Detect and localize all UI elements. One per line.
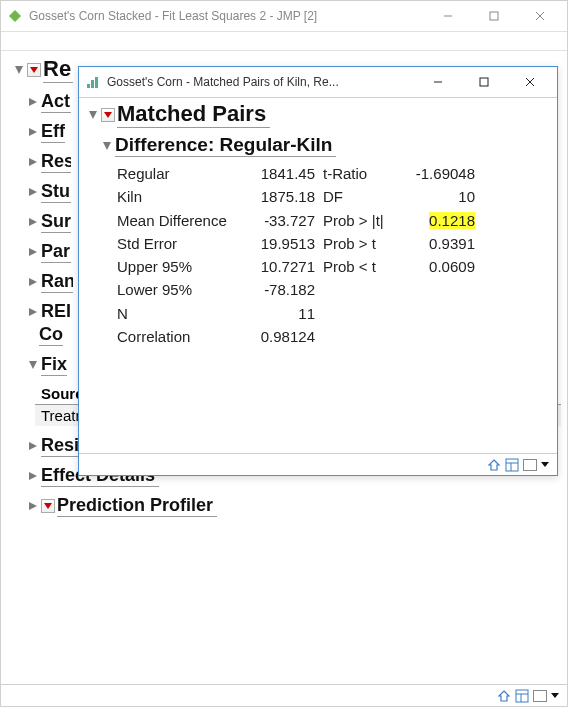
stats-row: Upper 95%10.7271Prob < t0.0609 bbox=[117, 255, 551, 278]
svg-marker-17 bbox=[29, 472, 37, 480]
app-icon bbox=[7, 8, 23, 24]
home-icon[interactable] bbox=[497, 689, 511, 703]
disclosure-closed-icon bbox=[27, 126, 39, 138]
section-label: Par bbox=[41, 241, 71, 263]
svg-marker-11 bbox=[29, 218, 37, 226]
stat-value-left: 1875.18 bbox=[247, 185, 315, 208]
close-button[interactable] bbox=[517, 1, 563, 31]
stat-label-right: DF bbox=[315, 185, 395, 208]
main-statusbar bbox=[1, 684, 567, 706]
close-button[interactable] bbox=[507, 67, 553, 97]
hotspot-icon[interactable] bbox=[41, 499, 55, 513]
svg-marker-8 bbox=[29, 128, 37, 136]
stat-value-right bbox=[395, 302, 475, 325]
sub-content: Matched Pairs Difference: Regular-Kiln R… bbox=[79, 97, 557, 453]
stat-label-left: Regular bbox=[117, 162, 247, 185]
svg-rect-24 bbox=[87, 84, 90, 88]
stat-value-right bbox=[395, 325, 475, 348]
stats-row: Mean Difference-33.727Prob > |t|0.1218 bbox=[117, 209, 551, 232]
layout-icon[interactable] bbox=[505, 458, 519, 472]
svg-marker-33 bbox=[103, 142, 111, 150]
minimize-button[interactable] bbox=[415, 67, 461, 97]
section-label: Act bbox=[41, 91, 71, 113]
maximize-button[interactable] bbox=[461, 67, 507, 97]
stat-value-left: 10.7271 bbox=[247, 255, 315, 278]
stat-label-right: Prob < t bbox=[315, 255, 395, 278]
disclosure-closed-icon bbox=[27, 440, 39, 452]
stat-label-right: Prob > t bbox=[315, 232, 395, 255]
svg-rect-21 bbox=[516, 690, 528, 702]
hotspot-icon[interactable] bbox=[101, 108, 115, 122]
svg-marker-13 bbox=[29, 278, 37, 286]
svg-marker-34 bbox=[489, 460, 499, 470]
stat-label-left: Std Error bbox=[117, 232, 247, 255]
section-label: REI bbox=[41, 301, 71, 322]
dropdown-icon[interactable] bbox=[541, 462, 549, 467]
svg-marker-15 bbox=[29, 361, 37, 369]
stat-value-right: 0.9391 bbox=[395, 232, 475, 255]
stat-label-left: Kiln bbox=[117, 185, 247, 208]
stat-value-right: -1.69048 bbox=[395, 162, 475, 185]
hotspot-icon[interactable] bbox=[27, 63, 41, 77]
svg-marker-9 bbox=[29, 158, 37, 166]
layout-icon[interactable] bbox=[515, 689, 529, 703]
disclosure-open-icon bbox=[87, 109, 99, 121]
section-label: Prediction Profiler bbox=[57, 495, 217, 517]
section-prediction[interactable]: Prediction Profiler bbox=[27, 494, 561, 518]
svg-marker-20 bbox=[499, 691, 509, 701]
main-window-controls bbox=[425, 1, 563, 31]
stats-row: Std Error19.9513Prob > t0.9391 bbox=[117, 232, 551, 255]
sub-window-controls bbox=[415, 67, 553, 97]
stat-label-left: Mean Difference bbox=[117, 209, 247, 232]
section-label: Ran bbox=[41, 271, 73, 293]
disclosure-open-icon bbox=[27, 359, 39, 371]
svg-rect-25 bbox=[91, 80, 94, 88]
stat-label-right bbox=[315, 302, 395, 325]
svg-marker-32 bbox=[104, 112, 112, 118]
stat-label-right bbox=[315, 278, 395, 301]
stat-value-right: 10 bbox=[395, 185, 475, 208]
disclosure-closed-icon bbox=[27, 500, 39, 512]
section-label: Sur bbox=[41, 211, 71, 233]
disclosure-closed-icon bbox=[27, 96, 39, 108]
section-label: Fix bbox=[41, 354, 67, 376]
stat-value-right: 0.1218 bbox=[395, 209, 475, 232]
main-titlebar[interactable]: Gosset's Corn Stacked - Fit Least Square… bbox=[1, 1, 567, 31]
stats-row: Lower 95%-78.182 bbox=[117, 278, 551, 301]
disclosure-closed-icon bbox=[27, 246, 39, 258]
color-box[interactable] bbox=[523, 459, 537, 471]
dropdown-icon[interactable] bbox=[551, 693, 559, 698]
section-label: Stu bbox=[41, 181, 71, 203]
stat-label-right: t-Ratio bbox=[315, 162, 395, 185]
stat-label-left: Lower 95% bbox=[117, 278, 247, 301]
stat-label-left: Upper 95% bbox=[117, 255, 247, 278]
stat-value-right: 0.0609 bbox=[395, 255, 475, 278]
stat-value-left: 11 bbox=[247, 302, 315, 325]
minimize-button[interactable] bbox=[425, 1, 471, 31]
disclosure-closed-icon bbox=[27, 470, 39, 482]
section-label: Re bbox=[43, 56, 73, 83]
disclosure-closed-icon bbox=[27, 156, 39, 168]
section-difference[interactable]: Difference: Regular-Kiln bbox=[101, 133, 551, 158]
home-icon[interactable] bbox=[487, 458, 501, 472]
svg-marker-18 bbox=[29, 502, 37, 510]
sub-title: Gosset's Corn - Matched Pairs of Kiln, R… bbox=[107, 75, 415, 89]
svg-marker-5 bbox=[15, 66, 23, 74]
svg-marker-31 bbox=[89, 111, 97, 119]
stat-value-left: 19.9513 bbox=[247, 232, 315, 255]
sub-titlebar[interactable]: Gosset's Corn - Matched Pairs of Kiln, R… bbox=[79, 67, 557, 97]
section-label: Co bbox=[39, 324, 63, 346]
section-label: Res bbox=[41, 151, 71, 173]
svg-rect-2 bbox=[490, 12, 498, 20]
section-matched-pairs[interactable]: Matched Pairs bbox=[87, 100, 551, 129]
svg-marker-6 bbox=[30, 67, 38, 73]
svg-marker-12 bbox=[29, 248, 37, 256]
disclosure-closed-icon bbox=[27, 216, 39, 228]
stats-row: Regular1841.45t-Ratio-1.69048 bbox=[117, 162, 551, 185]
section-label: Difference: Regular-Kiln bbox=[115, 134, 336, 157]
sub-statusbar bbox=[79, 453, 557, 475]
maximize-button[interactable] bbox=[471, 1, 517, 31]
stat-value-right bbox=[395, 278, 475, 301]
svg-rect-35 bbox=[506, 459, 518, 471]
color-box[interactable] bbox=[533, 690, 547, 702]
